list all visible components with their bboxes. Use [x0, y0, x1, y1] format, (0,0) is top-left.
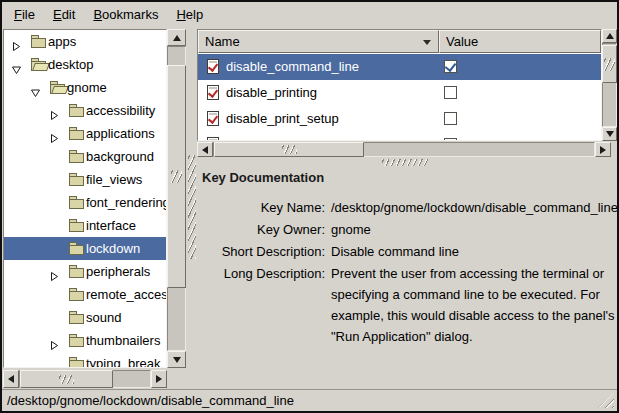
scroll-left-button[interactable]: [3, 370, 19, 388]
key-list[interactable]: NameValuedisable_command_linedisable_pri…: [197, 29, 602, 141]
scroll-down-button[interactable]: [602, 127, 617, 141]
tree-item-label: gnome: [67, 76, 107, 99]
doc-field-value: gnome: [331, 219, 617, 240]
folder-icon: [69, 357, 86, 368]
folder-icon: [69, 127, 86, 140]
tree-vertical-scrollbar[interactable]: [167, 29, 186, 368]
tree-horizontal-scrollbar[interactable]: [3, 370, 167, 388]
tree-item-background[interactable]: background: [4, 145, 166, 168]
tree-item-peripherals[interactable]: peripherals: [4, 260, 166, 283]
folder-icon: [69, 265, 86, 278]
column-header-label: Name: [205, 34, 240, 49]
value-checkbox[interactable]: [444, 86, 457, 99]
expander-collapsed-icon[interactable]: [11, 36, 22, 47]
column-header-name[interactable]: Name: [198, 30, 439, 53]
expander-expanded-icon[interactable]: [30, 82, 41, 93]
tree-item-label: thumbnailers: [86, 329, 160, 352]
resize-grip-icon[interactable]: [598, 393, 614, 408]
scroll-right-button[interactable]: [151, 370, 167, 388]
expander-collapsed-icon[interactable]: [49, 105, 60, 116]
key-row-disable_save_to_disk[interactable]: disable_save_to_disk: [198, 132, 601, 141]
sort-descending-icon[interactable]: [423, 40, 431, 45]
docs-title: Key Documentation: [202, 170, 324, 185]
key-row-disable_command_line[interactable]: disable_command_line: [198, 54, 601, 80]
tree-item-font_rendering[interactable]: font_rendering: [4, 191, 166, 214]
doc-field-label: Key Name:: [197, 197, 331, 218]
expander-collapsed-icon[interactable]: [49, 266, 60, 277]
list-horizontal-scrollbar[interactable]: [197, 142, 611, 157]
key-icon: [207, 111, 219, 126]
tree-item-lockdown[interactable]: lockdown: [4, 237, 166, 260]
tree-item-apps[interactable]: apps: [4, 30, 166, 53]
scroll-left-button[interactable]: [197, 142, 213, 157]
tree-item-label: lockdown: [86, 237, 140, 260]
value-checkbox[interactable]: [444, 60, 457, 73]
expander-collapsed-icon[interactable]: [49, 128, 60, 139]
tree-item-gnome[interactable]: gnome: [4, 76, 166, 99]
expander-collapsed-icon[interactable]: [49, 335, 60, 346]
key-row-disable_print_setup[interactable]: disable_print_setup: [198, 106, 601, 132]
menubar: FileEditBookmarksHelp: [2, 2, 617, 29]
menu-file[interactable]: File: [5, 2, 44, 27]
folder-icon: [31, 35, 48, 48]
arrow-left-icon: [202, 146, 208, 154]
doc-field-value: Disable command line: [331, 241, 617, 262]
tree-item-label: interface: [86, 214, 136, 237]
gconf-editor-window: FileEditBookmarksHelp appsdesktopgnomeac…: [0, 0, 619, 413]
tree-item-applications[interactable]: applications: [4, 122, 166, 145]
arrow-right-icon: [156, 375, 162, 383]
value-checkbox[interactable]: [444, 112, 457, 125]
menu-help[interactable]: Help: [167, 2, 212, 27]
menu-edit[interactable]: Edit: [44, 2, 84, 27]
value-checkbox[interactable]: [444, 138, 457, 141]
list-hscroll-thumb[interactable]: [214, 142, 364, 157]
list-vscroll-thumb[interactable]: [602, 45, 617, 83]
key-name-label: disable_command_line: [226, 54, 359, 80]
splitter-grip-icon: [188, 155, 196, 259]
key-name-label: disable_printing: [226, 80, 317, 106]
scroll-right-button[interactable]: [595, 142, 611, 157]
column-header-value[interactable]: Value: [439, 30, 601, 53]
tree-vscroll-thumb[interactable]: [167, 65, 186, 288]
tree-item-label: background: [86, 145, 154, 168]
tree-item-label: accessibility: [86, 99, 155, 122]
scroll-down-button[interactable]: [167, 351, 186, 368]
scroll-up-button[interactable]: [602, 29, 617, 43]
folder-tree[interactable]: appsdesktopgnomeaccessibilityapplication…: [3, 29, 167, 368]
tree-item-thumbnailers[interactable]: thumbnailers: [4, 329, 166, 352]
tree-item-remote_access[interactable]: remote_access: [4, 283, 166, 306]
folder-icon: [69, 219, 86, 232]
docs-fields: Key Name:/desktop/gnome/lockdown/disable…: [197, 197, 617, 348]
doc-field-value: /desktop/gnome/lockdown/disable_command_…: [331, 197, 618, 218]
tree-item-interface[interactable]: interface: [4, 214, 166, 237]
column-header-label: Value: [446, 34, 478, 49]
key-row-disable_printing[interactable]: disable_printing: [198, 80, 601, 106]
doc-field-value: Prevent the user from accessing the term…: [331, 263, 617, 347]
tree-item-label: peripherals: [86, 260, 150, 283]
folder-icon: [69, 196, 86, 209]
folder-icon: [69, 242, 86, 255]
folder-icon: [69, 104, 86, 117]
arrow-right-icon: [600, 146, 606, 154]
folder-icon: [69, 150, 86, 163]
key-name-label: disable_print_setup: [226, 106, 339, 132]
tree-item-accessibility[interactable]: accessibility: [4, 99, 166, 122]
menu-bookmarks[interactable]: Bookmarks: [84, 2, 167, 27]
scroll-up-button[interactable]: [167, 29, 186, 46]
tree-item-file_views[interactable]: file_views: [4, 168, 166, 191]
horizontal-splitter[interactable]: [197, 157, 617, 168]
doc-field-label: Long Description:: [197, 263, 331, 284]
vertical-splitter[interactable]: [187, 29, 197, 388]
folder-open-icon: [50, 81, 67, 94]
statusbar-text: /desktop/gnome/lockdown/disable_command_…: [7, 390, 294, 411]
expander-expanded-icon[interactable]: [11, 59, 22, 70]
tree-hscroll-thumb[interactable]: [20, 370, 113, 388]
key-icon: [207, 59, 219, 74]
doc-field-label: Key Owner:: [197, 219, 331, 240]
tree-item-desktop[interactable]: desktop: [4, 53, 166, 76]
tree-item-typing_break[interactable]: typing_break: [4, 352, 166, 368]
arrow-left-icon: [8, 375, 14, 383]
list-vertical-scrollbar[interactable]: [602, 29, 617, 141]
tree-item-label: file_views: [86, 168, 142, 191]
tree-item-sound[interactable]: sound: [4, 306, 166, 329]
